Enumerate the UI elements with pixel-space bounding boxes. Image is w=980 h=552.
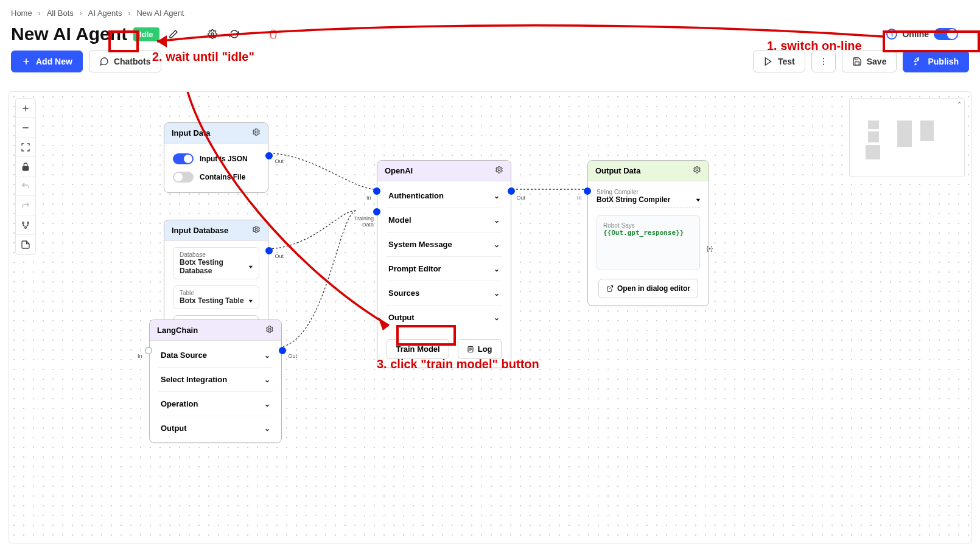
action-bar: Add New Chatbots Test Save Publish — [0, 48, 980, 83]
port-label: Training Data — [349, 215, 374, 228]
file-toggle[interactable] — [173, 172, 194, 183]
port-training-data[interactable] — [373, 208, 380, 215]
json-toggle[interactable] — [173, 153, 194, 164]
svg-point-15 — [498, 169, 500, 171]
chevron-down-icon: ⌄ — [494, 289, 500, 298]
gear-icon[interactable] — [252, 225, 261, 236]
train-model-button[interactable]: Train Model — [387, 339, 449, 359]
port-in[interactable] — [145, 347, 152, 354]
chatbots-button[interactable]: Chatbots — [89, 51, 161, 72]
node-header[interactable]: Input Data — [164, 123, 268, 144]
compiler-select[interactable]: BotX String Compiler▾ — [597, 195, 700, 208]
status-badge: Idle — [133, 27, 159, 41]
port-in[interactable] — [373, 187, 380, 195]
gear-icon[interactable] — [252, 128, 261, 138]
svg-point-4 — [823, 64, 824, 65]
node-langchain[interactable]: LangChain Data Source⌄ Select Integratio… — [149, 320, 282, 443]
node-title: Input Data — [172, 128, 211, 138]
label: String Compiler — [597, 189, 700, 195]
chevron-up-icon[interactable]: ⌃ — [957, 101, 962, 108]
breadcrumb-current: New AI Agent — [136, 9, 184, 18]
node-header[interactable]: Input Database — [164, 220, 268, 241]
template-expression: {{Out.gpt_response}} — [603, 229, 693, 237]
breadcrumb-all-bots[interactable]: All Bots — [47, 9, 74, 18]
test-button[interactable]: Test — [753, 51, 805, 72]
plus-icon — [21, 57, 31, 66]
port-out[interactable] — [265, 247, 273, 254]
undo-button[interactable] — [16, 176, 35, 196]
chevron-down-icon: ⌄ — [494, 240, 500, 249]
chat-icon — [99, 57, 109, 66]
node-output-data[interactable]: Output Data String Compiler BotX String … — [587, 160, 709, 306]
svg-point-20 — [696, 169, 698, 171]
section-auth[interactable]: Authentication⌄ — [386, 184, 502, 208]
breadcrumb-ai-agents[interactable]: AI Agents — [88, 9, 122, 18]
online-label: Online — [902, 29, 929, 39]
node-openai[interactable]: OpenAI Authentication⌄ Model⌄ System Mes… — [377, 160, 511, 368]
port-label: Out — [288, 353, 297, 359]
caret-down-icon: ▾ — [249, 298, 253, 304]
database-select[interactable]: Database Botx Testing Database▾ — [173, 247, 259, 279]
expand-button[interactable]: {•} — [704, 243, 715, 254]
svg-point-3 — [823, 61, 824, 62]
section-output[interactable]: Output⌄ — [386, 305, 502, 329]
section-output[interactable]: Output⌄ — [158, 416, 273, 440]
node-title: LangChain — [157, 326, 198, 335]
zoom-out-button[interactable] — [16, 118, 35, 138]
minimap[interactable]: ⌃ — [849, 98, 965, 177]
svg-point-2 — [823, 58, 824, 59]
save-icon — [852, 57, 862, 66]
section-system-message[interactable]: System Message⌄ — [386, 232, 502, 256]
open-dialog-editor-button[interactable]: Open in dialog editor — [598, 279, 698, 298]
port-out[interactable] — [279, 347, 286, 354]
redo-button[interactable] — [16, 196, 35, 215]
play-icon — [763, 57, 773, 66]
save-button[interactable]: Save — [842, 51, 897, 72]
chevron-right-icon: › — [128, 9, 130, 18]
caret-down-icon: ▾ — [696, 197, 700, 203]
svg-point-11 — [255, 131, 257, 133]
section-operation[interactable]: Operation⌄ — [158, 391, 273, 416]
gear-icon[interactable] — [495, 166, 503, 176]
section-prompt-editor[interactable]: Prompt Editor⌄ — [386, 256, 502, 281]
zoom-in-button[interactable] — [16, 99, 35, 118]
port-in[interactable] — [584, 187, 591, 195]
title-row: New AI Agent Idle i Online — [0, 21, 980, 48]
node-header[interactable]: LangChain — [150, 320, 281, 341]
lock-button[interactable] — [16, 157, 35, 176]
more-menu-button[interactable] — [811, 51, 836, 72]
svg-line-21 — [609, 286, 613, 290]
section-sources[interactable]: Sources⌄ — [386, 281, 502, 305]
info-icon[interactable]: i — [886, 29, 897, 40]
node-header[interactable]: Output Data — [588, 161, 709, 181]
canvas-tools — [15, 98, 36, 255]
trash-icon[interactable] — [265, 26, 281, 42]
log-icon — [467, 346, 474, 353]
fit-screen-button[interactable] — [16, 138, 35, 157]
svg-point-8 — [23, 222, 24, 223]
section-data-source[interactable]: Data Source⌄ — [158, 343, 273, 367]
add-new-button[interactable]: Add New — [11, 51, 83, 72]
section-model[interactable]: Model⌄ — [386, 208, 502, 232]
branch-button[interactable] — [16, 215, 35, 235]
refresh-icon[interactable] — [226, 26, 242, 42]
node-header[interactable]: OpenAI — [377, 161, 511, 181]
online-toggle[interactable] — [934, 28, 958, 40]
gear-icon[interactable] — [693, 166, 701, 176]
publish-button[interactable]: Publish — [903, 51, 969, 72]
log-button[interactable]: Log — [458, 339, 502, 359]
pencil-icon[interactable] — [166, 26, 181, 42]
node-input-data[interactable]: Input Data Input is JSON Contains File O… — [164, 122, 268, 193]
port-out[interactable] — [508, 187, 515, 195]
node-title: OpenAI — [385, 166, 413, 175]
robot-says-box[interactable]: Robot Says {{Out.gpt_response}} {•} — [597, 215, 700, 270]
note-button[interactable] — [16, 235, 35, 254]
dots-vertical-icon — [819, 57, 828, 66]
table-select[interactable]: Table Botx Testing Table▾ — [173, 285, 259, 309]
flow-canvas[interactable]: ⌃ Input Data — [9, 91, 971, 543]
section-integration[interactable]: Select Integration⌄ — [158, 367, 273, 391]
port-out[interactable] — [265, 152, 273, 159]
breadcrumb-home[interactable]: Home — [11, 9, 32, 18]
gear-icon[interactable] — [265, 325, 274, 335]
gear-icon[interactable] — [205, 26, 220, 42]
